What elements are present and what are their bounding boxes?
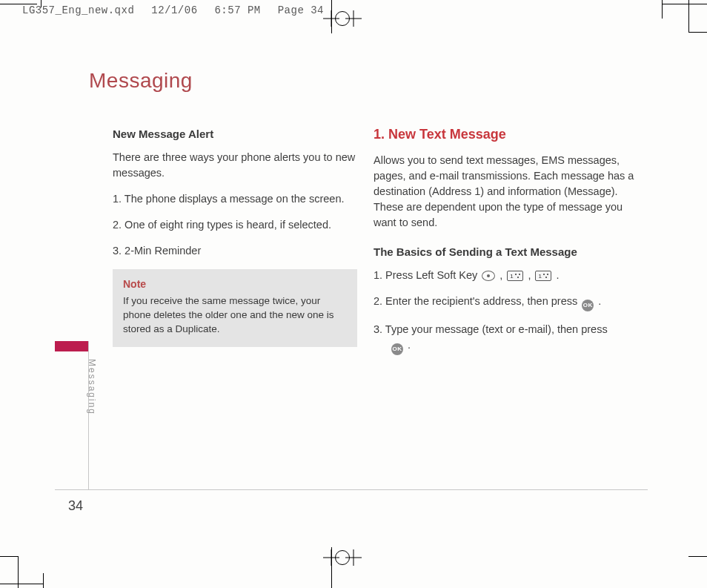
print-date: 12/1/06 [151, 4, 197, 16]
crop-mark [662, 0, 663, 19]
footer-rule [55, 489, 648, 490]
step1-text-d: . [556, 269, 559, 281]
step2-text-a: 2. Enter the recipient's address, then p… [374, 295, 580, 307]
step1-text-c: , [528, 269, 534, 281]
registration-cross-icon [323, 549, 339, 566]
column-right: 1. New Text Message Allows you to send t… [374, 125, 640, 366]
number-key-icon [507, 271, 523, 281]
print-time: 6:57 PM [214, 4, 260, 16]
number-key-icon [535, 271, 551, 281]
crop-mark [663, 4, 707, 4]
crop-mark [688, 0, 689, 32]
crop-mark [331, 547, 332, 588]
step1-text-a: 1. Press Left Soft Key [374, 269, 480, 281]
crop-mark [0, 584, 43, 584]
alert-item-2: 2. One of eight ring types is heard, if … [113, 217, 365, 233]
step1-text-b: , [499, 269, 505, 281]
basics-step-2: 2. Enter the recipient's address, then p… [374, 294, 640, 311]
print-metadata: LG357_Eng_new.qxd 12/1/06 6:57 PM Page 3… [22, 4, 334, 16]
soft-key-icon [482, 271, 495, 281]
column-left: New Message Alert There are three ways y… [113, 126, 365, 347]
note-body: If you receive the same message twice, y… [123, 294, 347, 337]
page-number: 34 [68, 498, 83, 514]
print-page: Page 34 [278, 4, 324, 16]
note-title: Note [123, 277, 347, 291]
alert-item-1: 1. The phone displays a message on the s… [113, 191, 365, 207]
print-file: LG357_Eng_new.qxd [22, 4, 134, 16]
registration-cross-icon [345, 10, 362, 27]
ok-key-icon: OK [391, 343, 403, 355]
side-tab-label: Messaging [87, 359, 97, 415]
crop-mark [688, 556, 707, 557]
right-heading: 1. New Text Message [374, 125, 640, 144]
basics-heading: The Basics of Sending a Text Message [374, 244, 640, 260]
step3-text-b: . [408, 339, 411, 351]
registration-ring-icon [335, 550, 350, 565]
note-box: Note If you receive the same message twi… [113, 269, 357, 347]
registration-ring-icon [335, 11, 350, 26]
crop-mark [0, 556, 19, 557]
ok-key-icon: OK [582, 300, 594, 311]
right-intro: Allows you to send text messages, EMS me… [374, 153, 640, 231]
registration-cross-icon [345, 549, 362, 566]
basics-step-3: 3. Type your message (text or e-mail), t… [374, 322, 640, 355]
left-intro: There are three ways your phone alerts y… [113, 150, 365, 181]
crop-mark [43, 573, 44, 588]
basics-step-1: 1. Press Left Soft Key , , . [374, 268, 640, 283]
crop-mark [688, 32, 707, 33]
crop-mark [18, 557, 19, 588]
alert-item-3: 3. 2-Min Reminder [113, 243, 365, 259]
step3-text-a: 3. Type your message (text or e-mail), t… [374, 323, 608, 335]
page-title: Messaging [89, 69, 193, 93]
step2-text-b: . [598, 295, 601, 307]
left-heading: New Message Alert [113, 126, 365, 142]
side-accent-bar [55, 341, 88, 351]
